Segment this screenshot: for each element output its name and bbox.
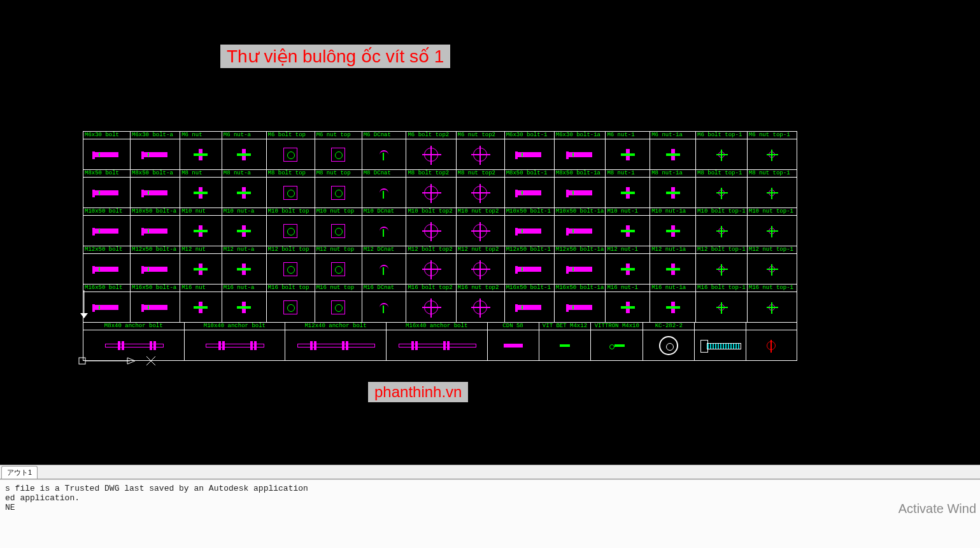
library-cell[interactable]: M12x50 bolt-a [130,246,180,285]
library-cell[interactable]: M10 nut top-1 [747,208,797,246]
library-cell[interactable]: M6x30 bolt-a [130,132,180,170]
library-cell[interactable]: M16 nut-a [222,285,266,323]
library-cell[interactable]: M12x40 anchor bolt [285,323,387,361]
cell-glyph [315,292,362,322]
library-cell[interactable]: M6 nut top2 [456,132,504,170]
library-cell[interactable]: M10x40 anchor bolt [184,323,285,361]
library-cell[interactable]: M10x50 bolt-1 [504,208,554,246]
cell-glyph [180,139,222,169]
library-cell[interactable]: CDN S8 [487,323,539,361]
library-cell[interactable]: M16x50 bolt [83,285,131,323]
library-cell[interactable]: M8 DCnat [362,170,406,208]
library-cell[interactable]: M10x50 bolt-a [130,208,180,246]
library-cell[interactable]: M6 bolt top [266,132,315,170]
library-cell[interactable]: M10 DCnat [362,208,406,246]
library-cell[interactable]: M16 nut-1a [650,285,696,323]
library-cell[interactable]: M10 bolt top-1 [696,208,748,246]
library-cell[interactable] [746,323,797,361]
library-cell[interactable]: M16x40 anchor bolt [386,323,487,361]
library-cell[interactable]: M8 nut-1a [650,170,696,208]
cell-glyph [457,216,504,246]
cell-label: M6x30 bolt [83,132,130,139]
library-cell[interactable]: M12 bolt top-1 [696,246,748,285]
library-cell[interactable]: M10 nut top [315,208,362,246]
library-cell[interactable]: M6 nut-a [222,132,266,170]
library-cell[interactable]: M16x50 bolt-1a [554,285,606,323]
library-cell[interactable]: M8 nut-1 [606,170,650,208]
library-cell[interactable]: M6 nut-1 [606,132,650,170]
library-cell[interactable]: M12 nut top [315,246,362,285]
library-cell[interactable]: M16 nut top-1 [747,285,797,323]
drawing-canvas[interactable]: Thư viện bulông ốc vít số 1 M6x30 boltM6… [0,0,980,465]
library-cell[interactable]: M12x50 bolt [83,246,131,285]
library-cell[interactable]: VIT BET M4x12 [539,323,591,361]
library-cell[interactable]: M12 DCnat [362,246,406,285]
library-cell[interactable]: M8 nut top [315,170,362,208]
library-cell[interactable]: M10 nut-1 [606,208,650,246]
library-cell[interactable]: M6 nut top-1 [747,132,797,170]
cell-glyph [267,139,315,169]
cell-label: M8 nut top [315,170,362,178]
library-cell[interactable]: KC-282-2 [643,323,695,361]
library-cell[interactable]: M8 nut top2 [456,170,504,208]
cell-glyph [606,139,650,169]
library-cell[interactable]: M8x50 bolt-1a [554,170,606,208]
library-cell[interactable]: M6 bolt top2 [406,132,456,170]
library-cell[interactable]: M12 nut [180,246,222,285]
library-cell[interactable]: M10 nut-1a [650,208,696,246]
library-cell[interactable]: M10 bolt top [266,208,315,246]
library-cell[interactable]: M8x50 bolt-1 [504,170,554,208]
library-cell[interactable]: M12 nut-1a [650,246,696,285]
library-cell[interactable]: M12 bolt top2 [406,246,456,285]
cell-glyph [505,216,554,246]
library-cell[interactable]: M12x50 bolt-1 [504,246,554,285]
library-cell[interactable]: M16 bolt top-1 [696,285,748,323]
library-cell[interactable]: M12 bolt top [266,246,315,285]
library-cell[interactable]: M12 nut-a [222,246,266,285]
library-cell[interactable]: M10 bolt top2 [406,208,456,246]
library-cell[interactable]: M12x50 bolt-1a [554,246,606,285]
library-cell[interactable]: M12 nut top-1 [747,246,797,285]
library-cell[interactable]: M6x30 bolt-1 [504,132,554,170]
library-cell[interactable]: M12 nut top2 [456,246,504,285]
cell-label: KC-282-2 [643,323,694,330]
library-cell[interactable]: M8x50 bolt [83,170,131,208]
library-cell[interactable]: M8 bolt top-1 [696,170,748,208]
library-cell[interactable]: M6 nut [180,132,222,170]
library-cell[interactable]: M10x50 bolt-1a [554,208,606,246]
library-cell[interactable]: M16 nut top [315,285,362,323]
library-cell[interactable]: M10 nut-a [222,208,266,246]
library-cell[interactable]: M6x30 bolt-1a [554,132,606,170]
library-cell[interactable]: M8 bolt top [266,170,315,208]
library-cell[interactable] [695,323,746,361]
library-cell[interactable]: M16x50 bolt-a [130,285,180,323]
cell-label: M10 nut top-1 [748,208,797,216]
library-cell[interactable]: M12 nut-1 [606,246,650,285]
library-cell[interactable]: M16 nut top2 [456,285,504,323]
command-line[interactable]: s file is a Trusted DWG last saved by an… [0,479,980,548]
library-cell[interactable]: VITTRON M4x10 [591,323,643,361]
library-cell[interactable]: M16 bolt top2 [406,285,456,323]
library-cell[interactable]: M6 nut top [315,132,362,170]
library-cell[interactable]: M8x50 bolt-a [130,170,180,208]
library-cell[interactable]: M6x30 bolt [83,132,131,170]
library-cell[interactable]: M16x50 bolt-1 [504,285,554,323]
layout-tab[interactable]: アウト1 [1,466,38,479]
cell-glyph [406,254,455,284]
drawing-watermark: phanthinh.vn [368,382,468,402]
library-cell[interactable]: M8 nut [180,170,222,208]
library-cell[interactable]: M10x50 bolt [83,208,131,246]
library-cell[interactable]: M6 bolt top-1 [696,132,748,170]
library-cell[interactable]: M8 nut top-1 [747,170,797,208]
library-cell[interactable]: M16 bolt top [266,285,315,323]
library-cell[interactable]: M10 nut top2 [456,208,504,246]
library-cell[interactable]: M8 bolt top2 [406,170,456,208]
library-cell[interactable]: M10 nut [180,208,222,246]
library-cell[interactable]: M16 DCnat [362,285,406,323]
library-cell[interactable]: M16 nut [180,285,222,323]
library-cell[interactable]: M6 DCnat [362,132,406,170]
cell-glyph [606,292,650,322]
library-cell[interactable]: M16 nut-1 [606,285,650,323]
library-cell[interactable]: M6 nut-1a [650,132,696,170]
library-cell[interactable]: M8 nut-a [222,170,266,208]
